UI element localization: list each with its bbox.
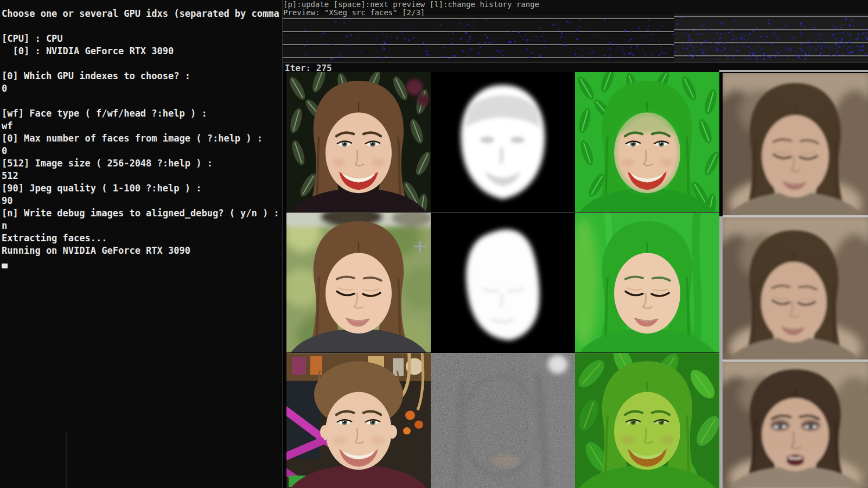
terminal-line-15: 90 xyxy=(2,195,282,207)
terminal-line-16: [n] Write debug images to aligned_debug?… xyxy=(2,207,282,220)
xseg-debug-r3 xyxy=(431,353,575,488)
preview-title: Preview: "XSeg src faces" [2/3] xyxy=(283,9,425,17)
src-face-r1 xyxy=(286,72,431,212)
terminal-cursor xyxy=(2,264,8,268)
grid-row-separator xyxy=(286,213,719,213)
terminal-divider-line xyxy=(66,431,67,488)
secondary-window-top-edge xyxy=(719,70,868,72)
predicted-face-r3 xyxy=(723,362,868,488)
terminal-line-10: [0] Max number of faces from image ( ?:h… xyxy=(2,132,282,145)
terminal-line-13: 512 xyxy=(2,170,282,182)
src-face-r2 xyxy=(286,213,431,352)
secondary-window-row-gap xyxy=(723,359,868,362)
grid-row-separator xyxy=(286,353,719,354)
predicted-face-r2 xyxy=(723,217,868,359)
xseg-overlay-r3 xyxy=(575,353,719,488)
terminal-line-12: [512] Image size ( 256-2048 ?:help ) : xyxy=(2,157,282,170)
terminal-line-3: [0] : NVIDIA GeForce RTX 3090 xyxy=(2,45,282,57)
predicted-face-r1 xyxy=(723,73,868,215)
xseg-overlay-r1 xyxy=(575,72,719,212)
window-edge xyxy=(282,0,283,488)
xseg-overlay-r2 xyxy=(575,213,719,352)
terminal-line-19: Running on NVIDIA GeForce RTX 3090 xyxy=(2,245,282,257)
terminal-line-5: [0] Which GPU indexes to choose? : xyxy=(2,70,282,82)
terminal-line-18: Extracting faces... xyxy=(2,232,282,245)
preview-window[interactable]: [p]:update [space]:next preview [l]:chan… xyxy=(282,0,868,488)
preview-grid xyxy=(282,72,868,488)
preview-help-line: [p]:update [space]:next preview [l]:chan… xyxy=(283,1,539,9)
terminal-line-7 xyxy=(2,95,282,107)
terminal-line-9: wf xyxy=(2,120,282,132)
terminal-line-14: [90] Jpeg quality ( 1-100 ?:help ) : xyxy=(2,182,282,195)
terminal-window[interactable]: Choose one or several GPU idxs (separate… xyxy=(0,0,282,488)
terminal-line-17: n xyxy=(2,220,282,232)
xseg-mask-r1 xyxy=(431,72,575,212)
terminal-line-1 xyxy=(2,20,282,33)
terminal-line-4 xyxy=(2,57,282,70)
src-face-r3 xyxy=(286,353,431,488)
screen: Choose one or several GPU idxs (separate… xyxy=(0,0,868,488)
secondary-window-row-gap xyxy=(723,215,868,217)
terminal-line-11: 0 xyxy=(2,145,282,157)
terminal-output: Choose one or several GPU idxs (separate… xyxy=(2,8,282,257)
terminal-line-6: 0 xyxy=(2,82,282,95)
terminal-line-8: [wf] Face type ( f/wf/head ?:help ) : xyxy=(2,107,282,120)
xseg-mask-r2 xyxy=(431,213,575,352)
terminal-line-0: Choose one or several GPU idxs (separate… xyxy=(2,8,282,20)
terminal-line-2: [CPU] : CPU xyxy=(2,33,282,45)
